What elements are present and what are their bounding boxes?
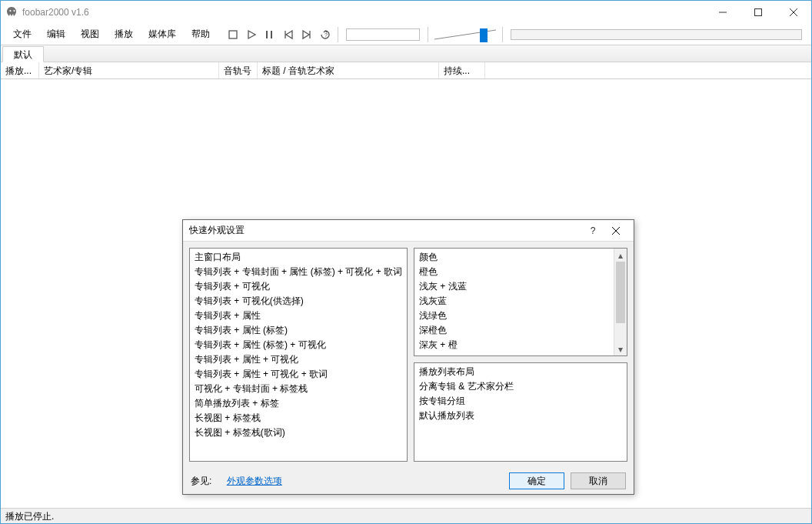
menu-媒体库[interactable]: 媒体库: [141, 25, 184, 42]
list-item[interactable]: 专辑列表 + 可视化: [190, 279, 407, 294]
maximize-button[interactable]: [740, 1, 776, 24]
menu-编辑[interactable]: 编辑: [39, 25, 73, 42]
dialog-title: 快速外观设置: [189, 224, 581, 237]
next-button[interactable]: [299, 27, 314, 42]
menu-帮助[interactable]: 帮助: [184, 25, 218, 42]
divider: [428, 27, 428, 42]
column-header[interactable]: 音轨号: [219, 62, 258, 78]
menu-播放[interactable]: 播放: [107, 25, 141, 42]
list-header: 颜色: [414, 250, 613, 265]
scroll-thumb[interactable]: [616, 262, 625, 323]
status-bar: 播放已停止.: [1, 508, 811, 523]
menubar: 文件编辑视图播放媒体库帮助 ?: [1, 24, 811, 45]
scroll-down-icon[interactable]: ▾: [614, 342, 627, 355]
list-item[interactable]: 专辑列表 + 专辑封面 + 属性 (标签) + 可视化 + 歌词: [190, 265, 407, 279]
list-item[interactable]: 专辑列表 + 属性 (标签): [190, 323, 407, 338]
list-item[interactable]: 橙色: [414, 265, 613, 279]
list-item[interactable]: 专辑列表 + 属性 (标签) + 可视化: [190, 338, 407, 352]
list-item[interactable]: 长视图 + 标签栈(歌词): [190, 426, 407, 440]
column-header[interactable]: 播放...: [1, 62, 39, 78]
see-label: 参见:: [191, 475, 211, 488]
list-item[interactable]: 深灰 + 橙: [414, 338, 613, 352]
color-listbox[interactable]: 颜色橙色浅灰 + 浅蓝浅灰蓝浅绿色深橙色深灰 + 橙: [414, 248, 627, 356]
scrollbar[interactable]: ▴ ▾: [614, 249, 627, 355]
play-button[interactable]: [244, 27, 259, 42]
titlebar: foobar2000 v1.6: [1, 1, 811, 24]
dialog-titlebar: 快速外观设置 ?: [183, 220, 634, 242]
scroll-up-icon[interactable]: ▴: [614, 249, 627, 262]
list-item[interactable]: 专辑列表 + 属性 + 可视化 + 歌词: [190, 367, 407, 382]
list-item[interactable]: 按专辑分组: [414, 394, 627, 409]
svg-rect-1: [229, 31, 237, 38]
menu-视图[interactable]: 视图: [73, 25, 107, 42]
column-header[interactable]: 标题 / 音轨艺术家: [258, 62, 439, 78]
list-item[interactable]: 专辑列表 + 属性 + 可视化: [190, 352, 407, 367]
volume-slider[interactable]: [434, 27, 496, 42]
status-text: 播放已停止.: [5, 511, 54, 522]
list-item[interactable]: 分离专辑 & 艺术家分栏: [414, 379, 627, 394]
column-headers: 播放...艺术家/专辑音轨号标题 / 音轨艺术家持续...: [1, 62, 811, 79]
minimize-button[interactable]: [705, 1, 740, 24]
ok-button[interactable]: 确定: [509, 472, 564, 489]
list-item[interactable]: 浅灰蓝: [414, 294, 613, 309]
appearance-options-link[interactable]: 外观参数选项: [227, 475, 282, 488]
svg-text:?: ?: [324, 32, 328, 38]
playlist-layout-listbox[interactable]: 播放列表布局分离专辑 & 艺术家分栏按专辑分组默认播放列表: [414, 362, 627, 462]
help-button[interactable]: ?: [581, 220, 604, 242]
menu-文件[interactable]: 文件: [5, 25, 39, 42]
list-header: 播放列表布局: [414, 365, 627, 379]
list-item[interactable]: 浅灰 + 浅蓝: [414, 279, 613, 294]
playlist-content: 快速外观设置 ? 主窗口布局专辑列表 + 专辑封面 + 属性 (标签) + 可视…: [1, 79, 811, 508]
layout-listbox[interactable]: 主窗口布局专辑列表 + 专辑封面 + 属性 (标签) + 可视化 + 歌词专辑列…: [189, 248, 408, 462]
seek-bar-small[interactable]: [346, 28, 420, 41]
list-item[interactable]: 深橙色: [414, 323, 613, 338]
playlist-tabbar: 默认: [1, 45, 811, 62]
app-window: foobar2000 v1.6 文件编辑视图播放媒体库帮助 ? 默认 播放...…: [0, 0, 812, 524]
list-item[interactable]: 浅绿色: [414, 309, 613, 323]
app-icon: [5, 6, 18, 18]
divider: [502, 27, 503, 42]
list-item[interactable]: 默认播放列表: [414, 409, 627, 423]
stop-button[interactable]: [225, 27, 241, 42]
column-header[interactable]: 持续...: [439, 62, 485, 78]
volume-thumb[interactable]: [480, 28, 488, 42]
list-item[interactable]: 长视图 + 标签栈: [190, 411, 407, 426]
pause-button[interactable]: [262, 27, 278, 42]
close-button[interactable]: [776, 1, 811, 24]
column-header[interactable]: 艺术家/专辑: [39, 62, 219, 78]
seek-bar[interactable]: [511, 29, 802, 40]
dialog-footer: 参见: 外观参数选项 确定 取消: [183, 468, 634, 494]
list-item[interactable]: 可视化 + 专辑封面 + 标签栈: [190, 382, 407, 396]
divider: [338, 27, 338, 42]
cancel-button[interactable]: 取消: [571, 472, 626, 489]
playlist-tab[interactable]: 默认: [2, 46, 44, 62]
list-item[interactable]: 专辑列表 + 属性: [190, 309, 407, 323]
list-item[interactable]: 专辑列表 + 可视化(供选择): [190, 294, 407, 309]
dialog-close-button[interactable]: [604, 220, 627, 242]
list-header: 主窗口布局: [190, 250, 407, 265]
svg-rect-0: [755, 9, 762, 16]
list-item[interactable]: 简单播放列表 + 标签: [190, 396, 407, 411]
prev-button[interactable]: [281, 27, 296, 42]
quick-appearance-dialog: 快速外观设置 ? 主窗口布局专辑列表 + 专辑封面 + 属性 (标签) + 可视…: [182, 219, 634, 495]
random-button[interactable]: ?: [318, 27, 333, 42]
window-title: foobar2000 v1.6: [22, 7, 89, 18]
